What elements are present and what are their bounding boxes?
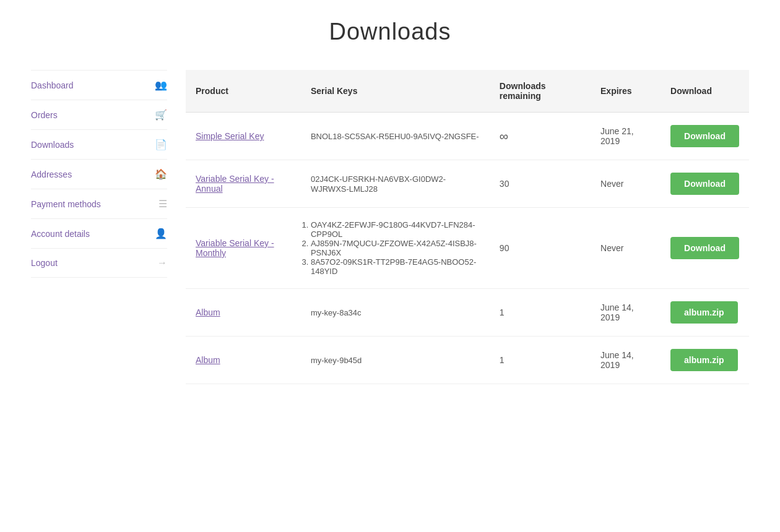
sidebar: Dashboard 👥 Orders 🛒 Downloads 📄 Address… xyxy=(31,70,167,384)
col-header-downloads-remaining: Downloads remaining xyxy=(490,70,591,113)
sidebar-item-label: Downloads xyxy=(31,140,74,150)
sidebar-item-label: Payment methods xyxy=(31,199,101,209)
table-row: Albummy-key-9b45d1June 14, 2019album.zip xyxy=(186,337,749,384)
table-row: Variable Serial Key - MonthlyOAY4KZ-2EFW… xyxy=(186,208,749,289)
expires-cell: June 14, 2019 xyxy=(591,337,661,384)
product-link[interactable]: Album xyxy=(196,307,220,317)
page-title: Downloads xyxy=(0,0,780,70)
sidebar-item-downloads[interactable]: Downloads 📄 xyxy=(31,130,167,160)
download-button[interactable]: album.zip xyxy=(670,349,738,371)
download-cell: Download xyxy=(661,160,749,208)
table-row: Variable Serial Key - Annual02J4CK-UFSRK… xyxy=(186,160,749,208)
downloads-remaining-cell: ∞ xyxy=(490,113,591,160)
product-link[interactable]: Variable Serial Key - Annual xyxy=(196,174,274,194)
sidebar-item-label: Addresses xyxy=(31,169,72,179)
sidebar-item-payment-methods[interactable]: Payment methods ☰ xyxy=(31,189,167,219)
downloads-remaining-cell: 90 xyxy=(490,208,591,289)
main-content: Product Serial Keys Downloads remaining … xyxy=(186,70,749,384)
serial-key-cell: 02J4CK-UFSRKH-NA6VBX-GI0DW2-WJRWXS-LMLJ2… xyxy=(301,160,490,208)
expires-cell: June 14, 2019 xyxy=(591,289,661,337)
downloads-remaining-cell: 1 xyxy=(490,337,591,384)
addresses-icon: 🏠 xyxy=(155,168,167,180)
logout-icon: → xyxy=(157,257,167,268)
sidebar-item-logout[interactable]: Logout → xyxy=(31,249,167,278)
payment-icon: ☰ xyxy=(158,198,167,210)
sidebar-item-dashboard[interactable]: Dashboard 👥 xyxy=(31,70,167,100)
product-link[interactable]: Variable Serial Key - Monthly xyxy=(196,238,274,258)
downloads-table: Product Serial Keys Downloads remaining … xyxy=(186,70,749,384)
download-cell: album.zip xyxy=(661,289,749,337)
col-header-product: Product xyxy=(186,70,301,113)
serial-key-cell: my-key-9b45d xyxy=(301,337,490,384)
account-icon: 👤 xyxy=(155,228,167,239)
product-link[interactable]: Simple Serial Key xyxy=(196,131,264,141)
col-header-expires: Expires xyxy=(591,70,661,113)
sidebar-item-account-details[interactable]: Account details 👤 xyxy=(31,219,167,249)
serial-key-cell: my-key-8a34c xyxy=(301,289,490,337)
col-header-serial-keys: Serial Keys xyxy=(301,70,490,113)
download-button[interactable]: Download xyxy=(670,173,739,195)
serial-key-cell: OAY4KZ-2EFWJF-9C180G-44KVD7-LFN284-CPP9O… xyxy=(301,208,490,289)
downloads-remaining-cell: 1 xyxy=(490,289,591,337)
download-cell: Download xyxy=(661,208,749,289)
table-row: Simple Serial KeyBNOL18-SC5SAK-R5EHU0-9A… xyxy=(186,113,749,160)
download-cell: album.zip xyxy=(661,337,749,384)
orders-icon: 🛒 xyxy=(155,109,167,121)
expires-cell: Never xyxy=(591,208,661,289)
table-header-row: Product Serial Keys Downloads remaining … xyxy=(186,70,749,113)
download-button[interactable]: album.zip xyxy=(670,301,738,324)
sidebar-item-orders[interactable]: Orders 🛒 xyxy=(31,100,167,130)
product-link[interactable]: Album xyxy=(196,355,220,365)
expires-cell: June 21, 2019 xyxy=(591,113,661,160)
table-row: Albummy-key-8a34c1June 14, 2019album.zip xyxy=(186,289,749,337)
sidebar-item-label: Logout xyxy=(31,258,58,268)
sidebar-item-label: Dashboard xyxy=(31,80,74,90)
download-button[interactable]: Download xyxy=(670,237,739,259)
dashboard-icon: 👥 xyxy=(155,79,167,91)
sidebar-item-addresses[interactable]: Addresses 🏠 xyxy=(31,160,167,189)
download-cell: Download xyxy=(661,113,749,160)
col-header-download: Download xyxy=(661,70,749,113)
downloads-remaining-cell: 30 xyxy=(490,160,591,208)
download-button[interactable]: Download xyxy=(670,125,739,147)
sidebar-item-label: Orders xyxy=(31,110,58,120)
sidebar-item-label: Account details xyxy=(31,229,90,239)
downloads-icon: 📄 xyxy=(155,139,167,150)
serial-key-cell: BNOL18-SC5SAK-R5EHU0-9A5IVQ-2NGSFE- xyxy=(301,113,490,160)
expires-cell: Never xyxy=(591,160,661,208)
